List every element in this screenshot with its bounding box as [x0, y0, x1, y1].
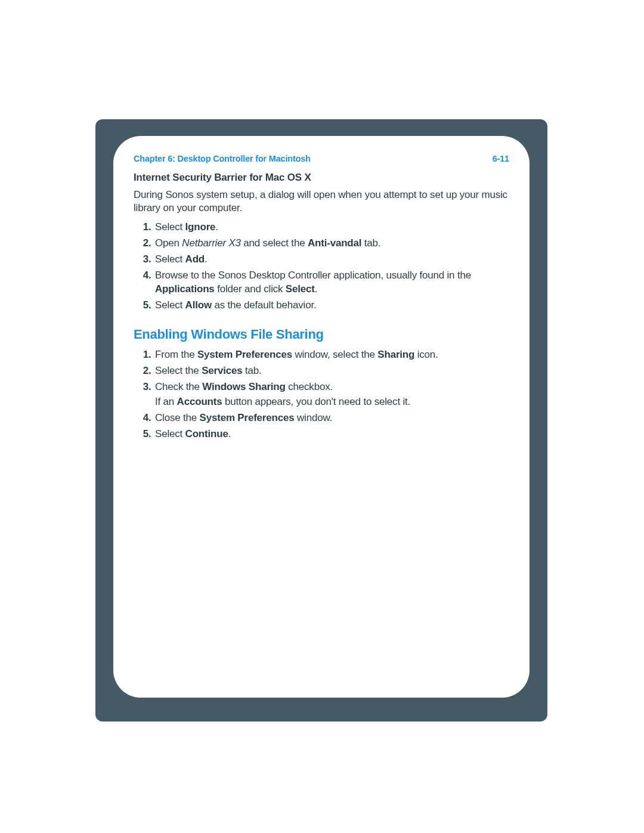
text: From the	[155, 349, 197, 360]
text: Check the	[155, 381, 202, 392]
text: tab.	[243, 365, 262, 376]
text: Open	[155, 237, 182, 249]
text: .	[215, 221, 218, 233]
text-bold: System Preferences	[197, 349, 292, 360]
text-bold: Select	[286, 283, 315, 295]
section1-steps: Select Ignore. Open Netbarrier X3 and se…	[134, 221, 509, 312]
text-bold: Services	[202, 365, 242, 376]
list-subtext: If an Accounts button appears, you don't…	[155, 395, 509, 409]
text: icon.	[414, 349, 438, 360]
list-item: Browse to the Sonos Desktop Controller a…	[154, 269, 509, 296]
text: checkbox.	[286, 381, 333, 392]
text-bold: Windows Sharing	[202, 381, 285, 392]
section2-steps: From the System Preferences window, sele…	[134, 348, 509, 441]
text-bold: Continue	[185, 428, 228, 439]
list-item: Select Add.	[154, 253, 509, 267]
list-item: Open Netbarrier X3 and select the Anti-v…	[154, 237, 509, 250]
text: If an	[155, 396, 177, 407]
list-item: Select Continue.	[154, 428, 509, 441]
text-bold: System Preferences	[200, 412, 295, 423]
list-item: From the System Preferences window, sele…	[154, 348, 509, 362]
text: tab.	[361, 237, 380, 249]
text: window.	[295, 412, 333, 423]
text: Close the	[155, 412, 200, 423]
page-content: Chapter 6: Desktop Controller for Macint…	[113, 136, 530, 698]
text-bold: Add	[185, 253, 205, 265]
section1-intro: During Sonos system setup, a dialog will…	[134, 188, 509, 215]
text-italic: Netbarrier X3	[182, 237, 241, 249]
list-item: Select Ignore.	[154, 221, 509, 234]
text-bold: Sharing	[377, 349, 414, 360]
text: Browse to the Sonos Desktop Controller a…	[155, 270, 471, 281]
text: button appears, you don't need to select…	[222, 396, 410, 407]
page-number: 6-11	[493, 154, 509, 163]
viewport: Chapter 6: Desktop Controller for Macint…	[0, 0, 644, 833]
text: Select the	[155, 365, 202, 376]
text: Select	[155, 299, 185, 311]
list-item: Select Allow as the default behavior.	[154, 299, 509, 312]
text-bold: Accounts	[177, 396, 222, 407]
text: Select	[155, 221, 185, 233]
text: .	[315, 283, 318, 295]
text: as the default behavior.	[212, 299, 317, 311]
chapter-label: Chapter 6: Desktop Controller for Macint…	[134, 154, 311, 163]
text: and select the	[241, 237, 308, 249]
text-bold: Allow	[185, 299, 212, 311]
text-bold: Anti-vandal	[308, 237, 361, 249]
text-bold: Applications	[155, 283, 215, 295]
text: .	[228, 428, 231, 439]
text: folder and click	[215, 283, 286, 295]
running-header: Chapter 6: Desktop Controller for Macint…	[134, 154, 509, 163]
text: .	[205, 253, 208, 265]
text-bold: Ignore	[185, 221, 216, 233]
section1-title: Internet Security Barrier for Mac OS X	[134, 172, 509, 184]
section2-title: Enabling Windows File Sharing	[134, 327, 509, 342]
list-item: Close the System Preferences window.	[154, 411, 509, 425]
text: Select	[155, 428, 185, 439]
list-item: Check the Windows Sharing checkbox. If a…	[154, 380, 509, 409]
page-frame: Chapter 6: Desktop Controller for Macint…	[95, 119, 547, 721]
text: window, select the	[292, 349, 377, 360]
text: Select	[155, 253, 185, 265]
list-item: Select the Services tab.	[154, 364, 509, 378]
